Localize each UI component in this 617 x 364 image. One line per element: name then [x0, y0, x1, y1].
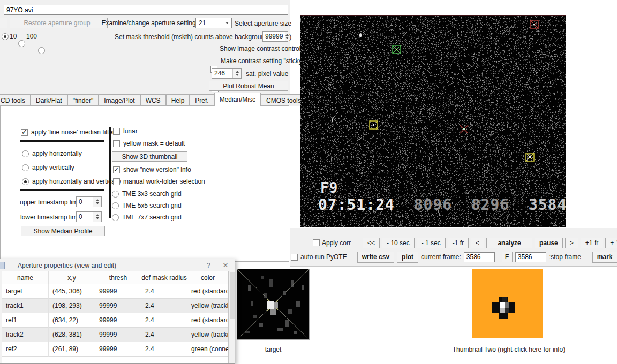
tab-ccd-tools[interactable]: CD tools: [0, 94, 31, 106]
table-cell[interactable]: red (standard): [187, 284, 228, 299]
play-forward-button[interactable]: >: [565, 238, 578, 248]
tab-finder[interactable]: "finder": [67, 94, 99, 106]
radio-10[interactable]: [18, 40, 25, 47]
thumbnail-two[interactable]: [472, 269, 543, 338]
col-header-thresh[interactable]: thresh: [95, 271, 141, 284]
left-edge-button[interactable]: [0, 18, 7, 28]
aperture-marker-track1-yellow[interactable]: [369, 120, 378, 130]
table-cell[interactable]: 99999: [95, 342, 141, 357]
col-header-name[interactable]: name: [2, 271, 49, 284]
fwd-1-sec-button[interactable]: + 1 sec: [605, 238, 617, 248]
col-header-mask-radius[interactable]: def mask radius: [141, 271, 187, 284]
apply-both-radio[interactable]: [22, 178, 29, 185]
dialog-title-bar[interactable]: Aperture properties (view and edit) ? ✕: [0, 259, 235, 271]
apply-corr-label: Apply corr: [322, 239, 351, 247]
table-cell[interactable]: (261, 89): [49, 342, 95, 357]
tab-wcs[interactable]: WCS: [140, 94, 166, 106]
tab-median-misc[interactable]: Median/Misc: [214, 93, 261, 106]
examine-aperture-settings-button[interactable]: Examine/change aperture settings: [107, 18, 193, 28]
new-version-checkbox[interactable]: [113, 166, 120, 173]
aperture-marker-ref1-red[interactable]: [530, 20, 539, 29]
table-cell[interactable]: (445, 306): [49, 284, 95, 299]
table-cell[interactable]: yellow (tracking ...: [187, 328, 228, 342]
table-cell[interactable]: 2.4: [141, 313, 187, 328]
table-cell[interactable]: red (standard): [187, 313, 228, 328]
scrollbar-thumb[interactable]: [230, 272, 235, 319]
table-cell[interactable]: 99999: [95, 313, 141, 328]
table-cell[interactable]: 99999: [95, 299, 141, 313]
plot-button[interactable]: plot: [397, 252, 418, 263]
lunar-checkbox[interactable]: [113, 128, 120, 135]
table-cell[interactable]: 2.4: [141, 284, 187, 299]
analyze-button[interactable]: analyze: [486, 238, 532, 248]
table-cell[interactable]: 2.4: [141, 342, 187, 357]
aperture-size-radio-selected[interactable]: [2, 33, 9, 40]
back-1-sec-button[interactable]: - 1 sec: [417, 238, 446, 248]
spinner-arrows-icon[interactable]: [285, 32, 289, 41]
help-icon[interactable]: ?: [200, 261, 216, 269]
main-image-display[interactable]: F9 07:51:24 8096 8296 35843: [300, 15, 566, 227]
apply-horizontally-radio[interactable]: [22, 150, 29, 157]
aperture-marker-ref2-green[interactable]: [392, 45, 401, 54]
table-cell[interactable]: (198, 293): [49, 299, 95, 313]
line-noise-filter-checkbox[interactable]: [21, 129, 28, 136]
close-icon[interactable]: ✕: [216, 261, 235, 269]
apply-corr-checkbox[interactable]: [313, 239, 320, 246]
tme-5x5-radio[interactable]: [112, 202, 119, 209]
play-backward-button[interactable]: <: [471, 238, 484, 248]
autorun-pyote-checkbox[interactable]: [291, 254, 298, 261]
show-median-profile-button[interactable]: Show Median Profile: [21, 226, 105, 236]
table-cell[interactable]: track1: [2, 299, 49, 313]
back-1-frame-button[interactable]: -1 fr: [448, 238, 469, 248]
table-cell[interactable]: (634, 22): [49, 313, 95, 328]
table-cell[interactable]: ref2: [2, 342, 49, 357]
fwd-1-frame-button[interactable]: +1 fr: [581, 238, 603, 248]
filename-input[interactable]: [4, 5, 288, 15]
apply-vertically-radio[interactable]: [22, 164, 29, 171]
write-csv-button[interactable]: write csv: [357, 252, 394, 263]
manual-folder-checkbox[interactable]: [113, 178, 120, 185]
table-cell[interactable]: track2: [2, 328, 49, 342]
spinner-arrows-icon[interactable]: [232, 69, 241, 78]
dialog-scrollbar[interactable]: [229, 271, 235, 363]
table-cell[interactable]: target: [2, 284, 49, 299]
col-header-xy[interactable]: x,y: [49, 271, 95, 284]
mark-button[interactable]: mark: [592, 252, 617, 263]
tab-pref[interactable]: Pref.: [190, 94, 214, 106]
plot-robust-mean-button[interactable]: Plot Robust Mean: [209, 81, 288, 91]
tab-dark-flat[interactable]: Dark/Flat: [31, 94, 67, 106]
table-cell[interactable]: (628, 381): [49, 328, 95, 342]
tab-help[interactable]: Help: [166, 94, 190, 106]
pause-button[interactable]: pause: [535, 238, 563, 248]
table-cell[interactable]: 2.4: [141, 328, 187, 342]
spinner-arrows-icon[interactable]: [93, 212, 101, 222]
radio-100[interactable]: [38, 47, 45, 54]
tab-image-plot[interactable]: Image/Plot: [99, 94, 140, 106]
yellow-mask-checkbox[interactable]: [113, 140, 120, 147]
lower-limit-spinbox[interactable]: 0: [76, 211, 102, 222]
spinner-arrows-icon[interactable]: [93, 197, 101, 207]
tab-cmos-tools[interactable]: CMOS tools: [261, 94, 306, 106]
back-10-sec-button[interactable]: - 10 sec: [382, 238, 415, 248]
table-cell[interactable]: 99999: [95, 328, 141, 342]
table-cell[interactable]: green (connect t...: [187, 342, 228, 357]
table-cell[interactable]: yellow (tracking ...: [187, 299, 228, 313]
aperture-marker-track2-yellow[interactable]: [525, 153, 535, 162]
tme-7x7-radio[interactable]: [112, 214, 119, 221]
sat-pixel-spinbox[interactable]: 246: [212, 68, 242, 79]
jump-start-button[interactable]: <<: [363, 238, 380, 248]
mask-threshold-spinbox[interactable]: 99999: [262, 31, 288, 42]
tme-3x3-radio[interactable]: [112, 191, 119, 198]
upper-limit-spinbox[interactable]: 0: [76, 196, 102, 207]
aperture-marker-target-red[interactable]: [460, 125, 469, 134]
table-cell[interactable]: ref1: [2, 313, 49, 328]
col-header-color[interactable]: color: [187, 271, 228, 284]
show-3d-thumbnail-button[interactable]: Show 3D thumbnail: [112, 151, 187, 162]
e-button[interactable]: E: [502, 252, 513, 262]
table-cell[interactable]: 2.4: [141, 299, 187, 313]
current-frame-input[interactable]: [464, 252, 495, 262]
table-cell[interactable]: 99999: [95, 284, 141, 299]
restore-aperture-group-button[interactable]: Restore aperture group: [10, 18, 104, 28]
stop-frame-input[interactable]: [515, 252, 546, 262]
aperture-size-select[interactable]: 21: [195, 18, 232, 28]
